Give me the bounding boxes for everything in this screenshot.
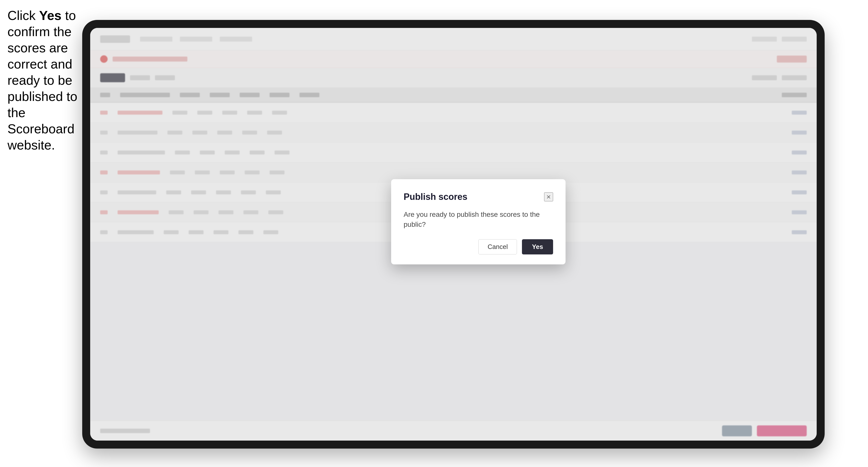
yes-button[interactable]: Yes bbox=[522, 239, 553, 254]
tablet-screen: Publish scores × Are you ready to publis… bbox=[90, 28, 817, 441]
tablet-device: Publish scores × Are you ready to publis… bbox=[82, 20, 825, 448]
modal-message: Are you ready to publish these scores to… bbox=[404, 210, 553, 229]
modal-body: Are you ready to publish these scores to… bbox=[404, 210, 553, 229]
cancel-button[interactable]: Cancel bbox=[478, 239, 517, 254]
modal-dialog: Publish scores × Are you ready to publis… bbox=[391, 179, 565, 264]
modal-footer: Cancel Yes bbox=[404, 239, 553, 254]
modal-header: Publish scores × bbox=[404, 192, 553, 202]
modal-close-button[interactable]: × bbox=[544, 192, 553, 201]
modal-title: Publish scores bbox=[404, 192, 467, 202]
instruction-text: Click Yes to confirm the scores are corr… bbox=[7, 7, 80, 153]
modal-overlay: Publish scores × Are you ready to publis… bbox=[90, 28, 817, 441]
